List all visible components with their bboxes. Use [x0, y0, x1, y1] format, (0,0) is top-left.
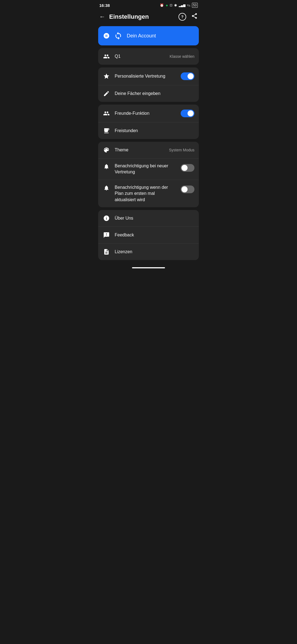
- friends-row[interactable]: Freunde-Funktion: [98, 105, 199, 122]
- licenses-row[interactable]: Lizenzen: [98, 243, 199, 260]
- class-action: Klasse wählen: [170, 54, 194, 59]
- bell1-icon: [103, 163, 110, 170]
- notification2-row[interactable]: Benachrichtigung wenn der Plan zum erste…: [98, 180, 199, 207]
- bluetooth-icon: ✱: [174, 3, 177, 7]
- friends-toggle[interactable]: [181, 110, 194, 117]
- signal-icon: ▂▄▆: [179, 4, 185, 7]
- page-title: Einstellungen: [109, 13, 149, 20]
- info-icon: [103, 215, 110, 222]
- status-icons: ⏰ ● ⊡ ✱ ▂▄▆ ▿▵ 53: [160, 3, 198, 8]
- about-row[interactable]: Über Uns: [98, 210, 199, 227]
- notification2-thumb: [182, 186, 188, 192]
- account-label: Dein Account: [127, 33, 156, 39]
- cup-icon: [103, 127, 110, 134]
- help-button[interactable]: ?: [178, 13, 186, 21]
- subjects-label: Deine Fächer eingeben: [115, 91, 194, 96]
- top-bar-left: ← Einstellungen: [99, 13, 149, 20]
- class-row[interactable]: Q1 Klasse wählen: [98, 48, 199, 65]
- friends-card: Freunde-Funktion Freistunden: [98, 105, 199, 139]
- feedback-label: Feedback: [115, 233, 194, 238]
- sync-icon: [114, 32, 122, 40]
- feedback-icon: [103, 232, 110, 238]
- licenses-icon: [103, 249, 110, 255]
- top-bar: ← Einstellungen ?: [95, 9, 202, 25]
- info-card: Über Uns Feedback Lizenzen: [98, 210, 199, 260]
- group-icon: [103, 110, 110, 117]
- personalized-label: Personalisierte Vertretung: [115, 74, 176, 79]
- battery-icon: 53: [192, 3, 198, 8]
- notification1-toggle[interactable]: [181, 164, 194, 172]
- class-label: Q1: [115, 54, 165, 59]
- wifi-icon: ▿▵: [187, 3, 190, 7]
- feedback-row[interactable]: Feedback: [98, 227, 199, 243]
- subjects-row[interactable]: Deine Fächer eingeben: [98, 85, 199, 102]
- account-card[interactable]: Dein Account: [98, 26, 199, 45]
- main-content: Dein Account Q1 Klasse wählen Personalis…: [95, 25, 202, 264]
- status-bar: 16:38 ⏰ ● ⊡ ✱ ▂▄▆ ▿▵ 53: [95, 0, 202, 9]
- about-label: Über Uns: [115, 216, 194, 221]
- people-icon: [103, 53, 110, 60]
- notification1-label: Benachrichtigung bei neuer Vertretung: [115, 163, 174, 175]
- friends-thumb: [188, 110, 194, 116]
- licenses-label: Lizenzen: [115, 249, 194, 254]
- status-time: 16:38: [99, 3, 110, 8]
- bell2-icon: [103, 184, 110, 191]
- theme-label: Theme: [115, 148, 164, 152]
- freistunden-label: Freistunden: [115, 128, 194, 133]
- notification1-row[interactable]: Benachrichtigung bei neuer Vertretung: [98, 158, 199, 180]
- share-button[interactable]: [191, 13, 198, 21]
- theme-row[interactable]: Theme System Modus: [98, 142, 199, 158]
- settings-card: Theme System Modus Benachrichtigung bei …: [98, 142, 199, 207]
- personalized-card: Personalisierte Vertretung Deine Fächer …: [98, 67, 199, 102]
- share-icon: [191, 13, 198, 19]
- personalized-thumb: [188, 73, 194, 79]
- freistunden-row[interactable]: Freistunden: [98, 122, 199, 139]
- personalized-toggle[interactable]: [181, 72, 194, 80]
- spotify-icon: ●: [166, 3, 168, 7]
- personalized-row[interactable]: Personalisierte Vertretung: [98, 67, 199, 85]
- palette-icon: [103, 147, 110, 153]
- class-card: Q1 Klasse wählen: [98, 48, 199, 65]
- notification2-label: Benachrichtigung wenn der Plan zum erste…: [115, 184, 174, 203]
- notification2-toggle[interactable]: [181, 185, 194, 193]
- account-icon: [103, 32, 110, 39]
- top-bar-right: ?: [178, 13, 198, 21]
- notification1-thumb: [182, 165, 188, 171]
- back-button[interactable]: ←: [99, 13, 105, 20]
- home-indicator: [132, 267, 165, 268]
- screenshot-icon: ⊡: [170, 3, 172, 7]
- friends-label: Freunde-Funktion: [115, 111, 176, 116]
- star-icon: [103, 73, 110, 80]
- pencil-icon: [103, 90, 110, 97]
- alarm-icon: ⏰: [160, 3, 164, 7]
- theme-value: System Modus: [169, 148, 194, 152]
